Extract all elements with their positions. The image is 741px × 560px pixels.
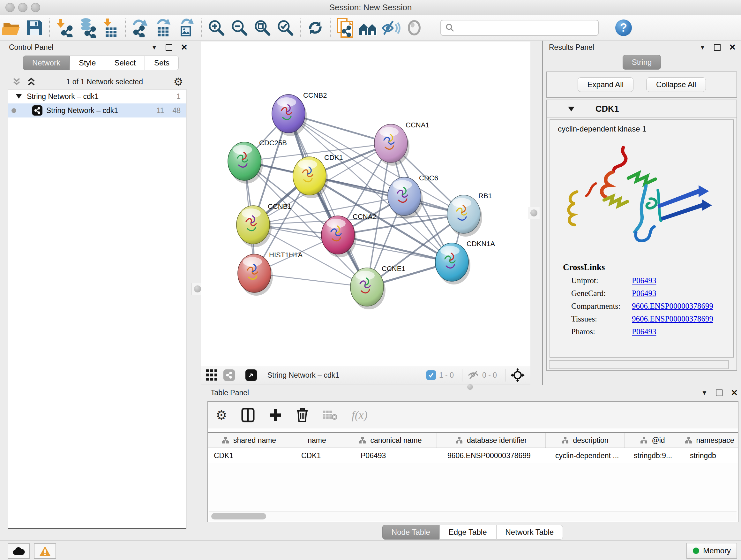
- column-header[interactable]: description: [546, 433, 624, 448]
- save-session-button[interactable]: [23, 17, 46, 38]
- string-network-file-button[interactable]: [334, 17, 357, 38]
- table-gear-icon[interactable]: ⚙: [216, 409, 227, 422]
- home-button[interactable]: [357, 17, 380, 38]
- crosslink-link[interactable]: P06493: [632, 276, 656, 285]
- column-header[interactable]: name: [290, 433, 344, 448]
- column-header[interactable]: database identifier: [437, 433, 546, 448]
- panel-float-icon[interactable]: [714, 44, 721, 51]
- crosslink-link[interactable]: 9606.ENSP00000378699: [632, 314, 713, 323]
- add-column-icon[interactable]: [269, 408, 282, 422]
- delete-column-icon[interactable]: [296, 408, 308, 422]
- network-node-CCNA2[interactable]: CCNA2: [321, 212, 377, 257]
- tab-string[interactable]: String: [623, 55, 661, 70]
- collection-count: 1: [177, 92, 181, 101]
- network-node-CCNA1[interactable]: CCNA1: [374, 121, 429, 166]
- import-network-icon: [55, 18, 74, 37]
- selected-checkbox-icon[interactable]: [426, 370, 436, 380]
- cloud-button[interactable]: [8, 543, 30, 559]
- right-splitter-handle[interactable]: [528, 207, 540, 219]
- network-node-CCNE1[interactable]: CCNE1: [350, 265, 406, 309]
- column-header[interactable]: namespace: [681, 433, 738, 448]
- tab-edge-table[interactable]: Edge Table: [440, 525, 496, 540]
- crosslink-row: Tissues: 9606.ENSP00000378699: [571, 314, 733, 323]
- panel-divider: [542, 41, 543, 385]
- network-node-CDC6[interactable]: CDC6: [388, 174, 438, 219]
- table-row[interactable]: CDK1 CDK1 P06493 9606.ENSP00000378699 cy…: [208, 448, 738, 463]
- network-edge[interactable]: [310, 176, 464, 214]
- gear-icon[interactable]: ⚙: [174, 76, 183, 87]
- section-expander-icon[interactable]: [568, 107, 575, 111]
- tab-select[interactable]: Select: [105, 56, 145, 70]
- network-edge[interactable]: [288, 114, 367, 287]
- zoom-out-button[interactable]: [228, 17, 251, 38]
- gene-section-header[interactable]: CDK1: [547, 100, 737, 118]
- crosslink-link[interactable]: P06493: [632, 327, 656, 336]
- export-table-button[interactable]: [152, 17, 175, 38]
- column-header[interactable]: canonical name: [344, 433, 437, 448]
- network-node-CDKN1A[interactable]: CDKN1A: [435, 240, 495, 285]
- apply-layout-button[interactable]: [304, 17, 327, 38]
- network-node-CDC25B[interactable]: CDC25B: [228, 139, 287, 184]
- zoom-in-button[interactable]: [205, 17, 228, 38]
- panel-menu-icon[interactable]: ▼: [701, 389, 708, 396]
- table-hscrollbar[interactable]: [209, 511, 737, 521]
- panel-float-icon[interactable]: [165, 44, 172, 51]
- memory-label: Memory: [703, 546, 731, 555]
- tab-network[interactable]: Network: [23, 56, 70, 70]
- panel-close-icon[interactable]: ✕: [729, 43, 736, 52]
- tab-network-table[interactable]: Network Table: [496, 525, 563, 540]
- import-network-file-button[interactable]: [53, 17, 76, 38]
- network-node-HIST1H1A[interactable]: HIST1H1A: [238, 251, 302, 296]
- expand-all-button[interactable]: Expand All: [578, 77, 633, 92]
- export-image-button[interactable]: [175, 17, 198, 38]
- crosshair-move-icon[interactable]: [511, 368, 525, 382]
- zoom-selected-button[interactable]: [274, 17, 297, 38]
- import-table-button[interactable]: [99, 17, 122, 38]
- tab-style[interactable]: Style: [70, 56, 105, 70]
- memory-button[interactable]: Memory: [686, 543, 737, 559]
- scrollbar-thumb[interactable]: [211, 513, 266, 519]
- help-button[interactable]: ?: [615, 19, 632, 36]
- cell-name: CDK1: [290, 451, 349, 460]
- results-panel: Results Panel ▼ ✕ String Expand All Coll…: [544, 42, 739, 386]
- tree-expander-icon[interactable]: [16, 94, 22, 99]
- tab-sets[interactable]: Sets: [145, 56, 179, 70]
- network-collection-row[interactable]: String Network – cdk1 1: [8, 89, 186, 104]
- share-view-icon[interactable]: [223, 369, 235, 381]
- grid-view-icon[interactable]: [205, 369, 218, 381]
- open-session-button[interactable]: [0, 17, 23, 38]
- panel-close-icon[interactable]: ✕: [731, 388, 738, 398]
- eye-gray-icon: [406, 19, 423, 37]
- birdseye-view-icon[interactable]: [246, 369, 257, 381]
- node-label: RB1: [478, 192, 492, 200]
- panel-float-icon[interactable]: [716, 389, 723, 396]
- column-header[interactable]: @id: [624, 433, 681, 448]
- toolbar-search[interactable]: [441, 20, 599, 36]
- panel-menu-icon[interactable]: ▼: [151, 44, 157, 51]
- show-columns-icon[interactable]: [241, 408, 255, 422]
- crosslink-link[interactable]: 9606.ENSP00000378699: [632, 302, 713, 311]
- expand-all-icon[interactable]: [27, 77, 36, 86]
- network-row[interactable]: String Network – cdk1 11 48: [8, 104, 186, 118]
- tab-node-table[interactable]: Node Table: [382, 525, 440, 540]
- network-node-CCNB2[interactable]: CCNB2: [272, 91, 327, 136]
- column-header[interactable]: shared name: [208, 433, 290, 448]
- network-node-CCNB1[interactable]: CCNB1: [237, 202, 292, 247]
- export-network-button[interactable]: [129, 17, 152, 38]
- hide-unhide-button[interactable]: [380, 17, 403, 38]
- network-view-title: String Network – cdk1: [267, 371, 339, 380]
- zoom-fit-button[interactable]: [251, 17, 274, 38]
- network-node-RB1[interactable]: RB1: [447, 192, 492, 237]
- search-input[interactable]: [458, 23, 593, 32]
- import-network-database-button[interactable]: [76, 17, 99, 38]
- panel-menu-icon[interactable]: ▼: [699, 44, 705, 51]
- zoom-selected-icon: [276, 18, 294, 37]
- collapse-all-icon[interactable]: [12, 77, 21, 86]
- eye-disabled-button[interactable]: [403, 17, 426, 38]
- crosslink-row: GeneCard: P06493: [571, 289, 733, 298]
- panel-close-icon[interactable]: ✕: [181, 43, 188, 52]
- collapse-all-button[interactable]: Collapse All: [646, 77, 706, 92]
- warnings-button[interactable]: [34, 543, 56, 559]
- network-canvas[interactable]: CCNB2CCNA1CDC25BCDK1CDC6RB1CCNB1CCNA2CDK…: [201, 42, 530, 366]
- crosslink-link[interactable]: P06493: [632, 289, 656, 298]
